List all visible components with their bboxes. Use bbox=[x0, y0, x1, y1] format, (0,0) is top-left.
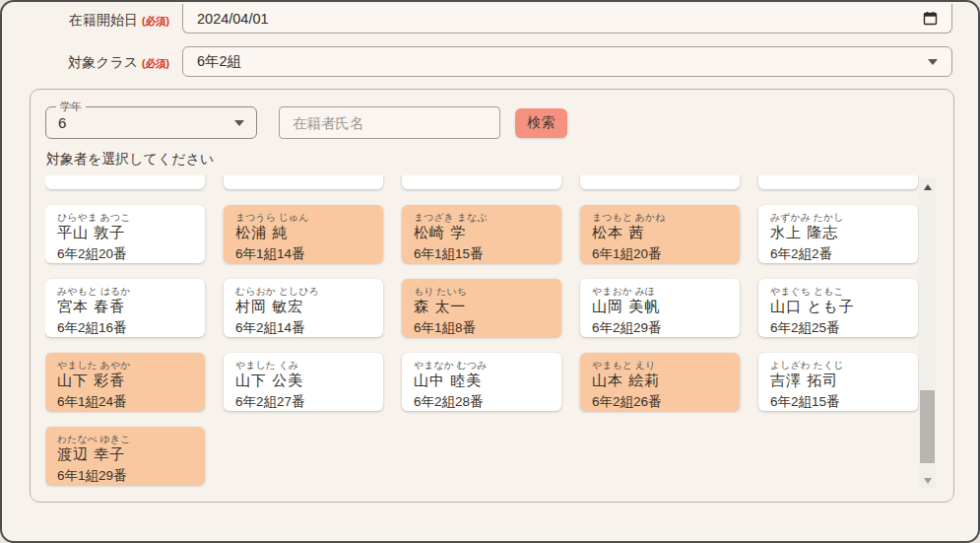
scroll-down-icon bbox=[924, 478, 932, 484]
student-card[interactable]: やまぐち ともこ山口 とも子6年2組25番 bbox=[758, 279, 918, 337]
target-class-label: 対象クラス (必須) bbox=[2, 54, 169, 72]
student-kana: よしざわ たくじ bbox=[770, 360, 906, 372]
student-class-number: 6年2組27番 bbox=[235, 393, 371, 411]
required-badge: (必須) bbox=[142, 57, 169, 69]
student-name: 山岡 美帆 bbox=[592, 298, 728, 316]
student-name: 松本 茜 bbox=[592, 224, 728, 242]
student-class-number: 6年2組29番 bbox=[592, 319, 728, 337]
student-kana: やまぐち ともこ bbox=[770, 286, 906, 298]
target-class-value: 6年2組 bbox=[197, 52, 928, 71]
student-name: 宮本 春香 bbox=[57, 298, 193, 316]
student-card[interactable]: やました あやか山下 彩香6年1組24番 bbox=[45, 353, 205, 411]
student-kana: やまもと えり bbox=[592, 360, 728, 372]
student-kana: まつもと あかね bbox=[592, 212, 728, 224]
student-class-number: 6年2組20番 bbox=[57, 245, 193, 263]
start-date-label: 在籍開始日 (必須) bbox=[2, 12, 169, 30]
student-kana: ひらやま あつこ bbox=[57, 212, 193, 224]
member-name-input[interactable] bbox=[279, 106, 500, 139]
grade-select-value: 6 bbox=[58, 114, 234, 131]
student-kana: やまおか みほ bbox=[592, 286, 728, 298]
student-card-partial[interactable] bbox=[402, 175, 561, 189]
enrollment-window: 在籍開始日 (必須) 2024/04/01 対象クラス (必須) 6年2組 bbox=[0, 0, 980, 543]
student-kana: まつざき まなぶ bbox=[414, 212, 550, 224]
student-kana: もり たいち bbox=[414, 286, 550, 298]
target-class-select[interactable]: 6年2組 bbox=[182, 46, 952, 77]
student-name: 森 太一 bbox=[414, 298, 550, 316]
chevron-down-icon bbox=[234, 120, 244, 126]
student-class-number: 6年2組16番 bbox=[57, 319, 193, 337]
scroll-up-icon bbox=[924, 184, 932, 190]
student-card[interactable]: むらおか としひろ村岡 敏宏6年2組14番 bbox=[224, 279, 383, 337]
scroll-down-button[interactable] bbox=[919, 472, 936, 489]
student-card[interactable]: まつもと あかね松本 茜6年1組20番 bbox=[580, 205, 740, 263]
chevron-down-icon bbox=[928, 59, 938, 65]
cards-scrollbar[interactable] bbox=[919, 178, 936, 489]
student-name: 吉澤 拓司 bbox=[770, 372, 906, 390]
student-class-number: 6年1組20番 bbox=[592, 245, 728, 263]
student-card[interactable]: みずかみ たかし水上 隆志6年2組2番 bbox=[758, 205, 918, 263]
student-class-number: 6年1組15番 bbox=[414, 245, 550, 263]
student-class-number: 6年1組8番 bbox=[414, 319, 550, 337]
student-card[interactable]: やまおか みほ山岡 美帆6年2組29番 bbox=[580, 279, 740, 337]
student-card[interactable]: わたなべ ゆきこ渡辺 幸子6年1組29番 bbox=[45, 427, 205, 485]
student-kana: やました くみ bbox=[235, 360, 371, 372]
student-name: 山本 絵莉 bbox=[592, 372, 728, 390]
student-card[interactable]: やまもと えり山本 絵莉6年2組26番 bbox=[580, 353, 740, 411]
student-card-partial[interactable] bbox=[758, 175, 918, 189]
required-badge: (必須) bbox=[142, 15, 169, 27]
student-cards-grid: ひらやま あつこ平山 敦子6年2組20番まつうら じゅん松浦 純6年1組14番ま… bbox=[45, 175, 919, 485]
start-date-value: 2024/04/01 bbox=[197, 11, 923, 27]
student-kana: みやもと はるか bbox=[57, 286, 193, 298]
student-name: 平山 敦子 bbox=[57, 224, 193, 242]
student-card[interactable]: ひらやま あつこ平山 敦子6年2組20番 bbox=[45, 205, 205, 263]
student-kana: わたなべ ゆきこ bbox=[57, 434, 193, 445]
grade-select-label: 学年 bbox=[56, 100, 86, 114]
student-card[interactable]: まつざき まなぶ松崎 学6年1組15番 bbox=[402, 205, 561, 263]
student-class-number: 6年2組28番 bbox=[414, 393, 550, 411]
student-class-number: 6年1組24番 bbox=[57, 393, 193, 411]
student-kana: やました あやか bbox=[57, 360, 193, 372]
student-card[interactable]: もり たいち森 太一6年1組8番 bbox=[402, 279, 561, 337]
calendar-icon[interactable] bbox=[923, 11, 938, 26]
student-class-number: 6年1組29番 bbox=[57, 467, 193, 485]
student-card-partial[interactable] bbox=[224, 175, 383, 189]
scrollbar-thumb[interactable] bbox=[920, 390, 935, 463]
student-card[interactable]: よしざわ たくじ吉澤 拓司6年2組15番 bbox=[758, 353, 918, 411]
student-card[interactable]: みやもと はるか宮本 春香6年2組16番 bbox=[45, 279, 205, 337]
student-card[interactable]: まつうら じゅん松浦 純6年1組14番 bbox=[224, 205, 383, 263]
student-name: 山下 公美 bbox=[235, 372, 371, 390]
member-select-panel: 学年 6 検索 対象者を選択してください ひらやま あつこ平山 敦子6年2組20… bbox=[30, 89, 954, 503]
student-class-number: 6年1組14番 bbox=[235, 245, 371, 263]
student-name: 山下 彩香 bbox=[57, 372, 193, 390]
student-cards-viewport: ひらやま あつこ平山 敦子6年2組20番まつうら じゅん松浦 純6年1組14番ま… bbox=[45, 175, 919, 491]
student-name: 村岡 敏宏 bbox=[235, 298, 371, 316]
student-name: 松浦 純 bbox=[235, 224, 371, 242]
student-kana: むらおか としひろ bbox=[235, 286, 371, 298]
start-date-input[interactable]: 2024/04/01 bbox=[182, 4, 952, 34]
student-class-number: 6年2組14番 bbox=[235, 319, 371, 337]
student-kana: みずかみ たかし bbox=[770, 212, 906, 224]
student-card[interactable]: やました くみ山下 公美6年2組27番 bbox=[224, 353, 383, 411]
student-name: 渡辺 幸子 bbox=[57, 445, 193, 464]
student-class-number: 6年2組25番 bbox=[770, 319, 906, 337]
search-button[interactable]: 検索 bbox=[515, 108, 567, 138]
student-class-number: 6年2組26番 bbox=[592, 393, 728, 411]
student-name: 山中 睦美 bbox=[414, 372, 550, 390]
student-name: 山口 とも子 bbox=[770, 298, 906, 316]
grade-select[interactable]: 学年 6 bbox=[45, 106, 257, 139]
student-class-number: 6年2組2番 bbox=[770, 245, 906, 263]
student-name: 水上 隆志 bbox=[770, 224, 906, 242]
student-card[interactable]: やまなか むつみ山中 睦美6年2組28番 bbox=[402, 353, 561, 411]
student-card-partial[interactable] bbox=[45, 175, 205, 189]
select-target-instruction: 対象者を選択してください bbox=[46, 151, 214, 169]
scroll-up-button[interactable] bbox=[919, 178, 936, 195]
student-class-number: 6年2組15番 bbox=[770, 393, 906, 411]
student-kana: まつうら じゅん bbox=[235, 212, 371, 224]
student-name: 松崎 学 bbox=[414, 224, 550, 242]
student-card-partial[interactable] bbox=[580, 175, 740, 189]
student-kana: やまなか むつみ bbox=[414, 360, 550, 372]
